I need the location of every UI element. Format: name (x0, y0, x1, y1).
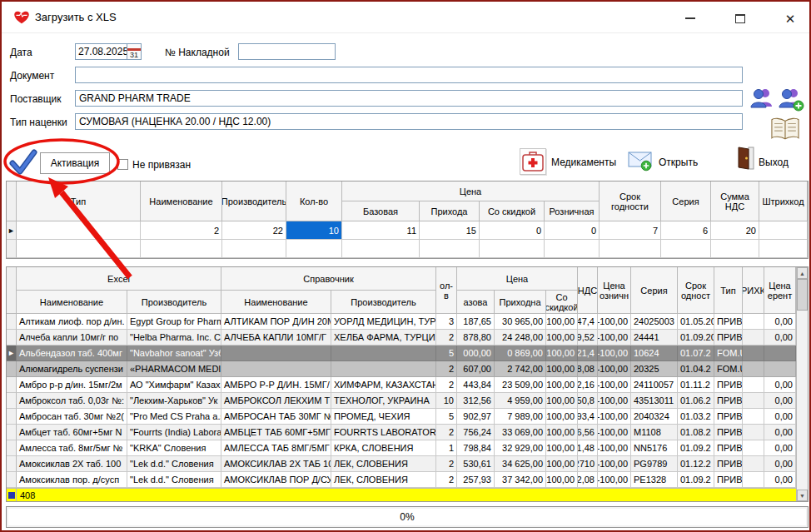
grid-cell[interactable]: АМОКСИКЛАВ 2X ТАБ 10 (221, 456, 331, 472)
column-header[interactable]: Серия (631, 267, 678, 314)
grid-cell[interactable]: 0,00 (764, 456, 796, 472)
grid-cell[interactable]: 20 (711, 221, 759, 240)
grid-cell[interactable]: Амброксол таб. 0,03г №: (17, 393, 127, 409)
grid-cell[interactable]: 01.08.2 (678, 425, 714, 440)
grid-cell[interactable] (759, 221, 808, 240)
row-selector[interactable] (7, 314, 17, 330)
medkit-cross-icon[interactable] (520, 148, 546, 175)
grid-cell[interactable]: 319,52 (578, 330, 598, 346)
grid-cell[interactable]: 15 (420, 221, 480, 240)
grid-cell[interactable]: 01.04.2 (678, 361, 714, 377)
medication-row[interactable]: Алтикам лиоф. пор д/ин.Egypt Group for P… (7, 314, 808, 330)
grid-cell[interactable]: 3 (436, 314, 457, 330)
grid-cell[interactable]: 000,00 (457, 346, 495, 361)
grid-cell[interactable]: FOM.U (714, 346, 743, 361)
grid-cell[interactable]: 24110057 (631, 377, 678, 393)
grid-cell[interactable]: -100,00 (598, 456, 631, 472)
grid-cell[interactable] (600, 240, 661, 258)
medication-row[interactable]: ►Альбендазол таб. 400мг"Navbahor sanoat"… (7, 346, 808, 361)
supplier-input[interactable] (75, 90, 743, 107)
row-selector[interactable] (7, 425, 17, 440)
grid-cell[interactable]: 01.05.20 (678, 314, 714, 330)
not-bound-checkbox[interactable] (117, 159, 128, 170)
grid-cell[interactable]: 30 965,00 (495, 314, 546, 330)
activation-button[interactable]: Активация (40, 152, 110, 174)
grid-cell[interactable] (286, 240, 342, 258)
grid-cell[interactable]: 1 (436, 440, 457, 456)
medication-row[interactable]: Амбро р-р д/ин. 15мг/2мАО "Химфарм" Каза… (7, 377, 808, 393)
column-header[interactable]: Тип (17, 181, 141, 221)
grid-cell[interactable]: 5950,8 (578, 393, 598, 409)
maximize-button[interactable] (726, 7, 754, 29)
grid-cell[interactable] (764, 361, 796, 377)
grid-cell[interactable]: -100,00 (598, 409, 631, 425)
grid-cell[interactable]: 2040324 (631, 409, 678, 425)
medication-row[interactable]: Амбцет таб. 60мг+5мг N"Fourrts (India) L… (7, 425, 808, 440)
open-label[interactable]: Открыть (659, 157, 698, 168)
grid-cell[interactable]: АМЛЕССА ТАБ 8МГ/5МГ (221, 440, 331, 456)
grid-cell[interactable]: 33 069,00 (495, 425, 546, 440)
grid-cell[interactable]: "Helba Pharma. Inc. Co (127, 330, 221, 346)
grid-cell[interactable]: -100,00 (598, 472, 631, 488)
medicines-label[interactable]: Медикаменты (551, 157, 616, 168)
grid-cell[interactable]: 0 (480, 221, 545, 240)
grid-cell[interactable]: 5 (436, 409, 457, 425)
grid-cell[interactable]: АМБРОСАН ТАБ 30МГ № (221, 409, 331, 425)
grid-cell[interactable]: -100,00 (598, 330, 631, 346)
users-icon[interactable] (749, 87, 774, 110)
grid-cell[interactable]: АЛТИКАМ ПОР Д/ИН 20М (221, 314, 331, 330)
column-header[interactable]: Производитель (222, 181, 286, 221)
grid-cell[interactable]: 0 869,00 (495, 346, 546, 361)
grid-cell[interactable]: "Lek d.d." Словения (127, 472, 221, 488)
grid-cell[interactable]: FOURRTS LABORATORI (331, 425, 436, 440)
grid-cell[interactable] (764, 346, 796, 361)
grid-cell[interactable]: АМОКСИКЛАВ ПОР Д/СУ (221, 472, 331, 488)
grid-cell[interactable]: ПРИВЗ (714, 456, 743, 472)
grid-cell[interactable]: ПРИВЗ (714, 409, 743, 425)
row-selector[interactable] (7, 330, 17, 346)
grid-cell[interactable]: ЛЕК, СЛОВЕНИЯ (331, 456, 436, 472)
grid-cell[interactable] (743, 377, 764, 393)
column-header[interactable]: Кол-во (286, 181, 342, 221)
close-button[interactable]: ✕ (776, 7, 804, 29)
grid-cell[interactable] (342, 240, 420, 258)
grid-cell[interactable]: 5521,4 (578, 346, 598, 361)
grid-cell[interactable]: -100,00 (546, 440, 578, 456)
grid-cell[interactable]: 20325 (631, 361, 678, 377)
grid-cell[interactable]: 2 (141, 221, 222, 240)
grid-cell[interactable]: ПРИВЗ (714, 330, 743, 346)
grid-cell[interactable]: 24 248,00 (495, 330, 546, 346)
grid-cell[interactable] (743, 409, 764, 425)
grid-cell[interactable]: 0,00 (764, 409, 796, 425)
grid-cell[interactable]: 0,00 (764, 377, 796, 393)
column-header[interactable]: ол-в (436, 267, 457, 314)
grid-cell[interactable]: -100,00 (546, 456, 578, 472)
grid-cell[interactable]: 2 742,00 (495, 361, 546, 377)
grid-cell[interactable] (743, 314, 764, 330)
row-selector[interactable] (7, 409, 17, 425)
grid-cell[interactable]: Алюмагидрель суспензи (17, 361, 127, 377)
vertical-scrollbar[interactable]: ▲ ▼ (796, 267, 808, 501)
grid-cell[interactable]: -100,00 (546, 425, 578, 440)
grid-cell[interactable]: ХИМФАРМ, КАЗАХСТАН (331, 377, 436, 393)
grid-cell[interactable]: ПРИВЗ (714, 472, 743, 488)
grid-cell[interactable]: 23 509,00 (495, 377, 546, 393)
grid-cell[interactable]: АМБРО Р-Р Д/ИН. 15МГ/ (221, 377, 331, 393)
grid-cell[interactable] (420, 240, 480, 258)
grid-cell[interactable]: 3547,4 (578, 314, 598, 330)
grid-cell[interactable]: АМБРОКСОЛ ЛЕКХИМ Т (221, 393, 331, 409)
envelope-plus-icon[interactable] (628, 150, 653, 172)
grid-cell[interactable]: ПРОМЕД, ЧЕХИЯ (331, 409, 436, 425)
grid-cell[interactable] (743, 440, 764, 456)
grid-cell[interactable]: АМБЦЕТ ТАБ 60МГ+5МГ (221, 425, 331, 440)
grid-cell[interactable]: 530,61 (457, 456, 495, 472)
grid-cell[interactable] (759, 240, 808, 258)
grid-cell[interactable]: 5 (436, 346, 457, 361)
grid-cell[interactable]: 0,00 (764, 440, 796, 456)
grid-cell[interactable]: 11 (342, 221, 420, 240)
column-header[interactable]: Цена ерент (764, 267, 796, 314)
row-selector[interactable] (7, 361, 17, 377)
blue-check-icon[interactable] (8, 148, 38, 175)
grid-cell[interactable]: 01.03.2 (678, 409, 714, 425)
grid-cell[interactable]: FOM.U (714, 361, 743, 377)
